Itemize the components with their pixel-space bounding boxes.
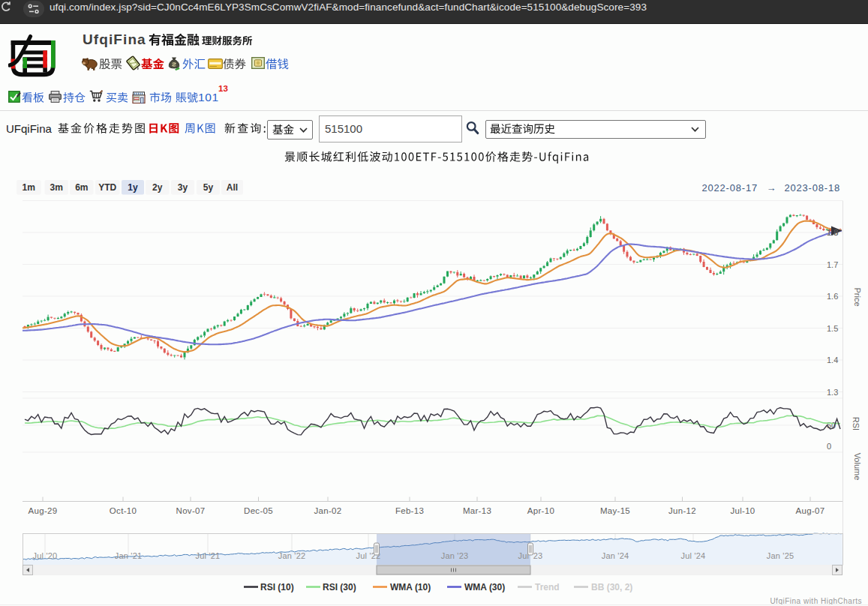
svg-text:1.4: 1.4	[827, 356, 838, 364]
svg-text:Jan '25: Jan '25	[767, 551, 794, 560]
svg-text:Jul '20: Jul '20	[33, 551, 58, 560]
svg-text:0: 0	[827, 442, 831, 451]
svg-text:1.3: 1.3	[827, 388, 838, 397]
svg-text:2022-08-17: 2022-08-17	[702, 182, 758, 194]
svg-text:1m: 1m	[23, 182, 35, 193]
svg-text:May-15: May-15	[600, 506, 630, 515]
svg-text:Jul-10: Jul-10	[730, 506, 755, 515]
svg-text:Jan '21: Jan '21	[115, 551, 143, 560]
svg-text:Volume: Volume	[853, 453, 862, 481]
svg-text:Oct-10: Oct-10	[110, 506, 137, 515]
svg-text:Dec-05: Dec-05	[244, 506, 273, 515]
svg-text:5y: 5y	[203, 182, 214, 193]
svg-text:Apr-10: Apr-10	[527, 506, 554, 515]
svg-text:BB (30, 2): BB (30, 2)	[591, 582, 632, 592]
svg-text:Trend: Trend	[535, 582, 560, 592]
svg-text:RSI (30): RSI (30)	[323, 582, 356, 592]
svg-text:Mar-13: Mar-13	[463, 506, 491, 515]
svg-text:WMA (10): WMA (10)	[390, 582, 431, 592]
svg-text:Price: Price	[853, 287, 862, 306]
svg-text:Jan '23: Jan '23	[441, 551, 469, 560]
svg-text:Nov-07: Nov-07	[176, 506, 206, 515]
svg-text:2y: 2y	[152, 182, 163, 193]
svg-text:Feb-13: Feb-13	[395, 506, 424, 515]
svg-text:3m: 3m	[50, 182, 63, 193]
svg-text:1.7: 1.7	[827, 260, 838, 269]
svg-text:Aug-29: Aug-29	[29, 506, 58, 515]
svg-text:Jan '24: Jan '24	[602, 551, 629, 560]
svg-text:RSI: RSI	[851, 417, 860, 430]
svg-text:2023-08-18: 2023-08-18	[785, 182, 841, 194]
svg-text:1.8: 1.8	[827, 228, 838, 237]
svg-text:Jun-12: Jun-12	[668, 506, 696, 515]
svg-text:Jan-02: Jan-02	[314, 506, 342, 515]
svg-text:1.5: 1.5	[827, 324, 838, 333]
svg-text:Jul '24: Jul '24	[681, 551, 706, 560]
svg-text:Aug-07: Aug-07	[796, 506, 825, 515]
svg-text:1y: 1y	[128, 182, 138, 193]
svg-text:RSI (10): RSI (10)	[260, 582, 294, 592]
svg-text:Jan '22: Jan '22	[278, 551, 306, 560]
svg-text:YTD: YTD	[98, 182, 116, 193]
svg-text:Jul '21: Jul '21	[196, 551, 221, 560]
svg-text:WMA (30): WMA (30)	[464, 582, 505, 592]
svg-text:UfqiFina with HighCharts: UfqiFina with HighCharts	[770, 597, 862, 605]
svg-text:6m: 6m	[75, 182, 88, 193]
svg-text:All: All	[227, 182, 238, 193]
svg-text:1.6: 1.6	[827, 292, 838, 301]
svg-text:→: →	[767, 182, 776, 194]
svg-text:3y: 3y	[178, 182, 188, 193]
